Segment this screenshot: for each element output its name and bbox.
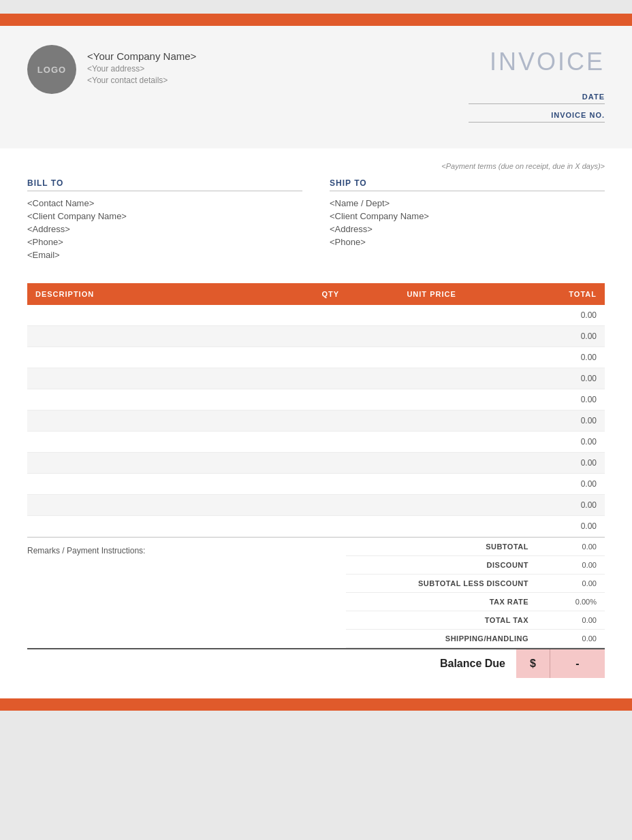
- invoice-title: INVOICE: [469, 48, 605, 76]
- row-qty[interactable]: [287, 495, 374, 516]
- row-unit-price[interactable]: [374, 432, 490, 453]
- row-qty[interactable]: [287, 453, 374, 474]
- table-row: 0.00: [27, 516, 605, 537]
- row-desc[interactable]: [27, 326, 287, 347]
- row-desc[interactable]: [27, 305, 287, 326]
- row-desc[interactable]: [27, 516, 287, 537]
- top-accent-bar: [0, 14, 632, 26]
- totals-table: SUBTOTAL 0.00 DISCOUNT 0.00 SUBTOTAL LES…: [346, 538, 605, 648]
- row-unit-price[interactable]: [374, 389, 490, 410]
- invoice-no-line: [469, 122, 605, 123]
- row-qty[interactable]: [287, 389, 374, 410]
- row-desc[interactable]: [27, 474, 287, 495]
- row-qty[interactable]: [287, 474, 374, 495]
- row-unit-price[interactable]: [374, 410, 490, 432]
- date-label: DATE: [582, 93, 605, 101]
- row-qty[interactable]: [287, 410, 374, 432]
- table-row: 0.00: [27, 368, 605, 389]
- row-unit-price[interactable]: [374, 474, 490, 495]
- row-unit-price[interactable]: [374, 453, 490, 474]
- company-name: <Your Company Name>: [87, 50, 196, 62]
- table-row: 0.00: [27, 432, 605, 453]
- table-row: 0.00: [27, 474, 605, 495]
- company-address: <Your address>: [87, 64, 196, 74]
- row-desc[interactable]: [27, 432, 287, 453]
- discount-row: DISCOUNT 0.00: [346, 556, 605, 575]
- row-qty[interactable]: [287, 326, 374, 347]
- invoice-table-body: 0.00 0.00 0.00 0.00 0.00 0.00: [27, 305, 605, 537]
- date-line: [469, 103, 605, 104]
- ship-to-label: SHIP TO: [330, 178, 605, 191]
- row-unit-price[interactable]: [374, 368, 490, 389]
- row-unit-price[interactable]: [374, 495, 490, 516]
- row-total: 0.00: [489, 432, 605, 453]
- table-row: 0.00: [27, 410, 605, 432]
- subtotal-less-discount-value: 0.00: [537, 575, 605, 593]
- row-total: 0.00: [489, 305, 605, 326]
- shipping-row: SHIPPING/HANDLING 0.00: [346, 630, 605, 648]
- col-unit-price: UNIT PRICE: [374, 283, 490, 305]
- payment-terms: <Payment terms (due on receipt, due in X…: [27, 162, 605, 170]
- row-unit-price[interactable]: [374, 305, 490, 326]
- row-qty[interactable]: [287, 432, 374, 453]
- row-qty[interactable]: [287, 368, 374, 389]
- subtotal-row: SUBTOTAL 0.00: [346, 538, 605, 556]
- table-row: 0.00: [27, 389, 605, 410]
- ship-client-company: <Client Company Name>: [330, 211, 605, 221]
- row-total: 0.00: [489, 410, 605, 432]
- row-desc[interactable]: [27, 410, 287, 432]
- tax-rate-value: 0.00%: [537, 593, 605, 611]
- discount-label: DISCOUNT: [346, 556, 537, 575]
- row-desc[interactable]: [27, 347, 287, 368]
- company-info: <Your Company Name> <Your address> <Your…: [87, 45, 196, 85]
- header-section: LOGO <Your Company Name> <Your address> …: [0, 26, 632, 148]
- totals-remarks-row: Remarks / Payment Instructions: SUBTOTAL…: [27, 537, 605, 648]
- row-total: 0.00: [489, 326, 605, 347]
- bill-email: <Email>: [27, 250, 302, 260]
- remarks-label: Remarks / Payment Instructions:: [27, 546, 145, 555]
- row-unit-price[interactable]: [374, 516, 490, 537]
- table-row: 0.00: [27, 305, 605, 326]
- invoice-table: DESCRIPTION QTY UNIT PRICE TOTAL 0.00 0.…: [27, 283, 605, 537]
- invoice-meta: DATE INVOICE NO.: [469, 93, 605, 129]
- ship-to-col: SHIP TO <Name / Dept> <Client Company Na…: [330, 178, 605, 263]
- row-total: 0.00: [489, 389, 605, 410]
- ship-name-dept: <Name / Dept>: [330, 198, 605, 208]
- row-qty[interactable]: [287, 516, 374, 537]
- row-qty[interactable]: [287, 305, 374, 326]
- bill-to-label: BILL TO: [27, 178, 302, 191]
- row-desc[interactable]: [27, 495, 287, 516]
- row-unit-price[interactable]: [374, 347, 490, 368]
- col-qty: QTY: [287, 283, 374, 305]
- row-total: 0.00: [489, 516, 605, 537]
- balance-value: -: [550, 649, 605, 678]
- total-tax-value: 0.00: [537, 611, 605, 630]
- bill-phone: <Phone>: [27, 237, 302, 247]
- table-row: 0.00: [27, 453, 605, 474]
- subtotal-less-discount-label: SUBTOTAL LESS DISCOUNT: [346, 575, 537, 593]
- logo-area: LOGO <Your Company Name> <Your address> …: [27, 45, 196, 94]
- company-contact: <Your contact details>: [87, 76, 196, 85]
- row-qty[interactable]: [287, 347, 374, 368]
- logo-text: LOGO: [37, 65, 66, 75]
- shipping-label: SHIPPING/HANDLING: [346, 630, 537, 648]
- balance-due-row: Balance Due $ -: [27, 648, 605, 678]
- shipping-value: 0.00: [537, 630, 605, 648]
- row-desc[interactable]: [27, 453, 287, 474]
- totals-col: SUBTOTAL 0.00 DISCOUNT 0.00 SUBTOTAL LES…: [346, 538, 605, 648]
- row-desc[interactable]: [27, 389, 287, 410]
- ship-phone: <Phone>: [330, 237, 605, 247]
- invoice-no-label: INVOICE NO.: [551, 111, 605, 119]
- bill-address: <Address>: [27, 224, 302, 234]
- row-desc[interactable]: [27, 368, 287, 389]
- table-section: DESCRIPTION QTY UNIT PRICE TOTAL 0.00 0.…: [27, 283, 605, 537]
- row-unit-price[interactable]: [374, 326, 490, 347]
- bill-contact-name: <Contact Name>: [27, 198, 302, 208]
- table-row: 0.00: [27, 495, 605, 516]
- col-total: TOTAL: [489, 283, 605, 305]
- row-total: 0.00: [489, 368, 605, 389]
- balance-currency: $: [516, 649, 550, 678]
- subtotal-label: SUBTOTAL: [346, 538, 537, 556]
- balance-due-label: Balance Due: [429, 649, 516, 678]
- body-section: <Payment terms (due on receipt, due in X…: [0, 148, 632, 263]
